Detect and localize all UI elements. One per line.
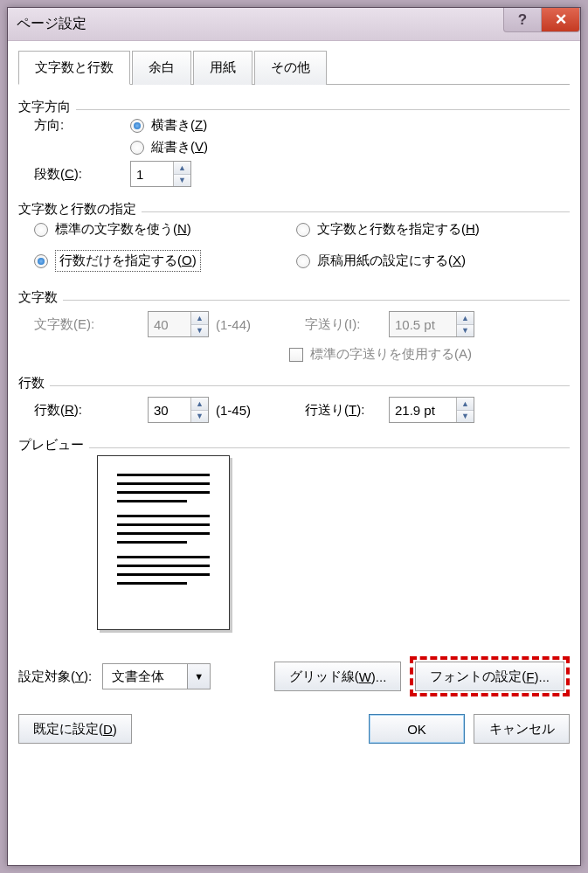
tab-paper[interactable]: 用紙 [193,51,252,85]
radio-horizontal-label: 横書き(Z) [151,117,207,134]
tab-margins[interactable]: 余白 [132,51,191,85]
apply-to-value: 文書全体 [103,664,187,689]
chevron-down-icon[interactable]: ▼ [187,664,210,689]
line-count-up[interactable]: ▲ [191,398,208,411]
section-chars: 文字数 [18,289,63,306]
char-count-input [149,312,190,336]
direction-label: 方向: [34,117,130,134]
tab-chars-lines[interactable]: 文字数と行数 [18,51,130,85]
line-count-label: 行数(R): [34,402,148,419]
apply-to-dropdown[interactable]: 文書全体 ▼ [102,663,211,689]
columns-spin[interactable]: ▲ ▼ [130,161,191,187]
radio-vertical-label: 縦書き(V) [151,139,208,156]
ok-button[interactable]: OK [369,714,465,744]
char-pitch-spin: ▲ ▼ [389,311,474,337]
section-direction: 文字方向 [18,99,76,115]
radio-vertical[interactable] [130,141,144,155]
line-pitch-input[interactable] [390,398,456,422]
line-count-input[interactable] [149,398,190,422]
char-pitch-label: 字送り(I): [305,316,389,333]
columns-up[interactable]: ▲ [174,162,190,175]
std-pitch-checkbox [289,348,303,362]
radio-lines-only[interactable] [34,254,48,268]
line-pitch-label: 行送り(T): [305,402,389,419]
radio-lines-only-label: 行数だけを指定する(O) [55,250,201,272]
char-count-spin: ▲ ▼ [148,311,209,337]
radio-horizontal[interactable] [130,119,144,133]
char-count-up: ▲ [191,312,208,325]
radio-genko-label: 原稿用紙の設定にする(X) [317,253,466,269]
line-pitch-up[interactable]: ▲ [457,398,474,411]
gridlines-button[interactable]: グリッド線(W)... [274,662,402,691]
radio-chars-lines[interactable] [296,223,310,237]
radio-chars-lines-label: 文字数と行数を指定する(H) [317,221,480,238]
line-count-range: (1-45) [216,403,251,418]
radio-standard-label: 標準の文字数を使う(N) [55,221,191,238]
section-spec: 文字数と行数の指定 [18,201,142,218]
help-button[interactable]: ? [503,8,542,32]
close-button[interactable]: ✕ [542,8,580,32]
char-pitch-down: ▼ [457,325,474,337]
preview-page [97,455,230,630]
char-count-down: ▼ [191,325,208,337]
char-pitch-input [390,312,456,336]
columns-down[interactable]: ▼ [174,175,190,187]
set-default-button[interactable]: 既定に設定(D) [18,714,132,744]
titlebar: ページ設定 ? ✕ [8,8,580,41]
char-count-label: 文字数(E): [34,316,148,333]
char-pitch-up: ▲ [457,312,474,325]
section-lines: 行数 [18,375,50,391]
char-count-range: (1-44) [216,317,251,332]
section-preview: プレビュー [18,437,89,454]
line-count-spin[interactable]: ▲ ▼ [148,397,209,423]
line-pitch-spin[interactable]: ▲ ▼ [389,397,474,423]
apply-to-label: 設定対象(Y): [18,669,92,685]
columns-label: 段数(C): [34,166,130,183]
columns-input[interactable] [131,162,173,186]
tab-other[interactable]: その他 [254,51,327,85]
font-settings-highlight: フォントの設定(F)... [410,656,570,696]
cancel-button[interactable]: キャンセル [474,714,570,744]
page-setup-dialog: ページ設定 ? ✕ 文字数と行数 余白 用紙 その他 文字方向 方向: 横書き(… [7,7,581,866]
font-settings-button[interactable]: フォントの設定(F)... [415,662,564,691]
window-title: ページ設定 [17,15,86,33]
line-count-down[interactable]: ▼ [191,411,208,423]
tabbar: 文字数と行数 余白 用紙 その他 [18,50,570,85]
radio-standard[interactable] [34,223,48,237]
radio-genko[interactable] [296,254,310,268]
std-pitch-label: 標準の字送りを使用する(A) [310,346,472,363]
line-pitch-down[interactable]: ▼ [457,411,474,423]
